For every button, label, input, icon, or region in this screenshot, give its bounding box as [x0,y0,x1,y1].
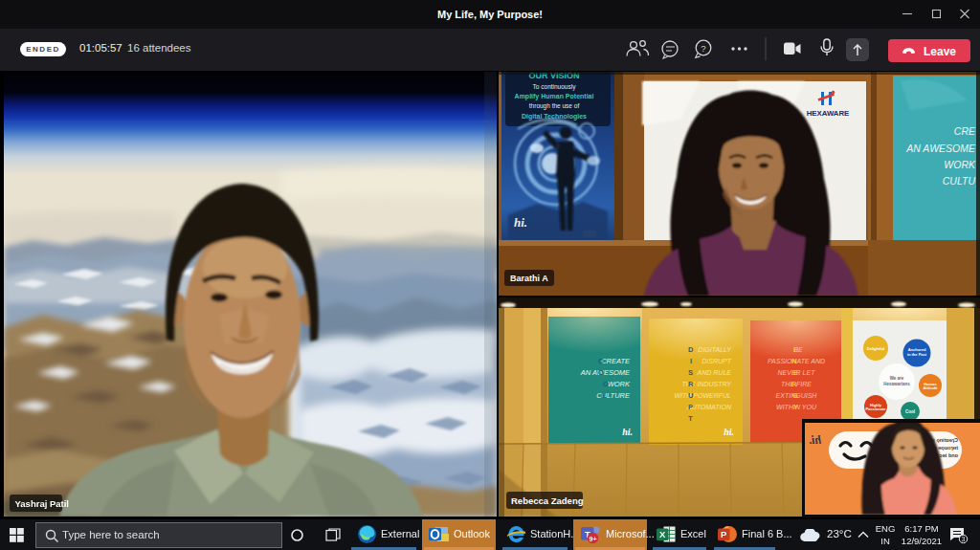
svg-text:AN AWESOME: AN AWESOME [580,368,631,377]
svg-text:Passionate: Passionate [865,407,886,411]
svg-text:S: S [688,368,693,377]
svg-text:9+: 9+ [590,536,597,542]
svg-text:Attitude: Attitude [923,385,938,390]
svg-text:AND RULE: AND RULE [697,369,732,376]
svg-text:O: O [603,380,609,388]
svg-text:Delightful: Delightful [867,346,884,351]
svg-text:hi.: hi. [724,427,734,437]
svg-text:To continuously: To continuously [533,83,577,91]
svg-text:hi.: hi. [809,433,821,447]
svg-text:We are: We are [890,376,904,381]
svg-text:Cool: Cool [905,409,915,414]
svg-text:U: U [688,391,693,400]
svg-text:Amplify Human Potential: Amplify Human Potential [515,93,594,100]
svg-text:D: D [688,345,694,354]
svg-text:Hexawarians: Hexawarians [883,382,910,386]
svg-text:DIGITALLY: DIGITALLY [698,346,732,353]
svg-text:N: N [791,357,796,365]
svg-text:R: R [688,380,694,388]
svg-text:E: E [793,368,798,377]
svg-text:R: R [791,380,797,388]
svg-text:HEXAWARE: HEXAWARE [807,109,850,118]
svg-text:G: G [792,391,798,400]
svg-text:C: C [598,357,604,365]
svg-text:?: ? [701,43,705,54]
svg-text:X: X [659,529,666,539]
svg-text:E: E [793,345,798,354]
svg-text:T: T [688,414,693,423]
svg-text:CULTU: CULTU [943,175,976,187]
svg-text:in the Past: in the Past [907,352,927,357]
svg-text:Leave: Leave [924,45,956,58]
svg-text:3: 3 [962,536,966,542]
svg-text:through the use of: through the use of [529,102,580,110]
svg-text:DISRUPT: DISRUPT [702,358,731,364]
svg-text:P: P [721,529,727,539]
svg-text:CREATE: CREATE [601,357,631,365]
svg-text:Y: Y [793,403,798,411]
svg-text:Yashraj Patil: Yashraj Patil [15,498,70,509]
svg-text:WORK: WORK [608,380,631,388]
svg-text:CRE: CRE [954,125,976,137]
svg-text:hi.: hi. [514,215,527,230]
svg-text:Rebecca Zadeng: Rebecca Zadeng [511,495,584,506]
svg-text:O: O [598,368,604,377]
svg-text:WITH POWERFUL: WITH POWERFUL [675,392,732,399]
svg-text:P: P [688,403,693,411]
svg-text:AUTOMATION: AUTOMATION [686,404,732,410]
svg-text:L: L [602,391,607,400]
svg-text:hi.: hi. [622,427,633,437]
svg-text:WORK: WORK [944,159,976,170]
svg-text:Barathi A: Barathi A [510,274,548,283]
svg-text:AN AWESOME: AN AWESOME [905,143,976,154]
svg-text:I: I [690,357,692,365]
